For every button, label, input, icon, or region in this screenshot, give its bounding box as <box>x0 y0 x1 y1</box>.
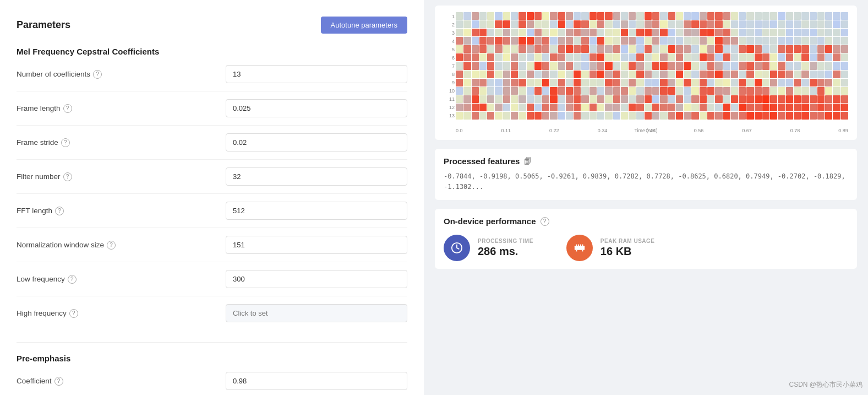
input-filter-number[interactable] <box>226 167 407 186</box>
heatmap-cell <box>503 62 510 69</box>
heatmap-cell <box>817 12 825 20</box>
heatmap-cell <box>700 87 707 95</box>
heatmap-cell <box>833 104 840 111</box>
heatmap-cell <box>723 37 730 45</box>
input-high-frequency[interactable] <box>226 304 407 322</box>
heatmap-cell <box>715 20 722 28</box>
heatmap-cell <box>731 95 738 103</box>
help-icon-high-frequency[interactable]: ? <box>69 309 78 318</box>
heatmap-cell <box>715 112 722 120</box>
heatmap-cell <box>472 79 479 86</box>
heatmap-cell <box>746 71 754 78</box>
heatmap-cell <box>581 12 588 20</box>
heatmap-cell <box>762 37 769 45</box>
input-low-frequency[interactable] <box>226 270 407 288</box>
help-icon-num-coefficients[interactable]: ? <box>93 70 102 79</box>
heatmap-y-label: 1 <box>452 14 455 19</box>
perf-help-icon[interactable]: ? <box>541 217 549 226</box>
heatmap-cell <box>542 71 549 78</box>
input-frame-length[interactable] <box>226 99 407 117</box>
heatmap-cell <box>456 20 463 28</box>
heatmap-cell <box>762 20 769 28</box>
heatmap-cell <box>487 12 494 20</box>
heatmap-cell <box>707 112 714 120</box>
input-frame-stride[interactable] <box>226 133 407 151</box>
heatmap-cell <box>841 45 848 53</box>
heatmap-cell <box>527 53 534 61</box>
heatmap-cell <box>755 29 762 36</box>
heatmap-cell <box>472 20 479 28</box>
input-norm-window-size[interactable] <box>226 236 407 254</box>
heatmap-cell <box>558 12 565 20</box>
heatmap-cell <box>566 95 573 103</box>
heatmap-cell <box>550 45 557 53</box>
heatmap-y-label: 3 <box>452 30 455 36</box>
heatmap-cell <box>542 62 549 69</box>
help-icon-frame-stride[interactable]: ? <box>61 138 70 147</box>
heatmap-cell <box>605 53 612 61</box>
heatmap-cell <box>731 29 738 36</box>
heatmap-cell <box>739 112 746 120</box>
heatmap-cell <box>652 45 659 53</box>
heatmap-cell <box>676 104 683 111</box>
heatmap-cell <box>621 53 628 61</box>
input-coefficient[interactable] <box>226 372 407 390</box>
heatmap-cell <box>801 45 809 53</box>
heatmap-cell <box>731 53 738 61</box>
heatmap-cell <box>636 12 643 20</box>
heatmap-cell <box>723 87 730 95</box>
heatmap-cell <box>503 53 510 61</box>
heatmap-cell <box>542 12 549 20</box>
heatmap-cell <box>527 45 534 53</box>
heatmap-cell <box>566 53 573 61</box>
heatmap-cell <box>739 95 746 103</box>
heatmap-cell <box>700 20 707 28</box>
input-fft-length[interactable] <box>226 202 407 220</box>
help-icon-coefficient[interactable]: ? <box>54 377 63 386</box>
heatmap-cell <box>511 37 518 45</box>
param-row-filter-number: Filter number ? <box>17 167 407 194</box>
heatmap-cell <box>778 79 785 86</box>
heatmap-y-label: 4 <box>452 39 455 44</box>
heatmap-cell <box>472 87 479 95</box>
heatmap-cell <box>762 45 769 53</box>
svg-rect-4 <box>580 245 581 246</box>
heatmap-cell <box>810 79 817 86</box>
heatmap-cell <box>542 87 549 95</box>
heatmap-cell <box>746 12 754 20</box>
heatmap-cell <box>463 62 471 69</box>
heatmap-cell <box>660 79 667 86</box>
heatmap-cell <box>825 104 832 111</box>
heatmap-cell <box>794 62 801 69</box>
heatmap-cell <box>479 53 487 61</box>
heatmap-cell <box>558 87 565 95</box>
heatmap-cell <box>707 53 714 61</box>
heatmap-cell <box>691 104 698 111</box>
input-num-coefficients[interactable] <box>226 65 407 83</box>
heatmap-y-label: 9 <box>452 80 455 85</box>
help-icon-low-frequency[interactable]: ? <box>68 275 77 284</box>
heatmap-cell <box>636 20 643 28</box>
help-icon-norm-window-size[interactable]: ? <box>107 241 116 250</box>
copy-icon[interactable]: 🗐 <box>524 157 532 166</box>
heatmap-cell <box>660 95 667 103</box>
heatmap-cell <box>574 71 581 78</box>
heatmap-cell <box>652 20 659 28</box>
heatmap-cell <box>479 79 487 86</box>
heatmap-cell <box>527 104 534 111</box>
help-icon-filter-number[interactable]: ? <box>63 172 72 181</box>
heatmap-cell <box>636 87 643 95</box>
help-icon-frame-length[interactable]: ? <box>63 104 72 113</box>
help-icon-fft-length[interactable]: ? <box>55 207 64 215</box>
heatmap-cell <box>645 45 652 53</box>
heatmap-cell <box>746 87 754 95</box>
heatmap-cell <box>472 29 479 36</box>
heatmap-cell <box>472 45 479 53</box>
heatmap-cell <box>731 79 738 86</box>
heatmap-cell <box>527 71 534 78</box>
heatmap-cell <box>621 29 628 36</box>
heatmap-cell <box>676 12 683 20</box>
heatmap-x-label: 0.89 <box>838 128 848 133</box>
autotune-button[interactable]: Autotune parameters <box>321 17 407 34</box>
heatmap-cell <box>527 29 534 36</box>
